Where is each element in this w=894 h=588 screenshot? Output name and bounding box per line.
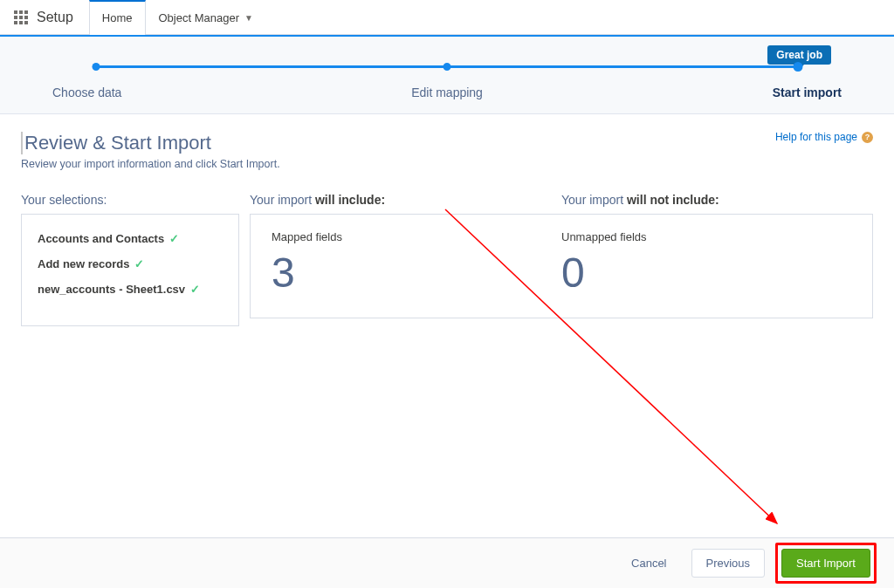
check-icon: ✓ <box>169 232 179 245</box>
selection-item-label: Accounts and Contacts <box>38 232 164 245</box>
selection-item: Add new records✓ <box>38 257 223 270</box>
exclude-title-bold: will not include: <box>627 193 719 207</box>
selections-box: Accounts and Contacts✓ Add new records✓ … <box>21 214 239 326</box>
footer: Cancel Previous Start Import <box>0 537 894 588</box>
step-node-edit[interactable] <box>444 63 451 71</box>
exclude-title-prefix: Your import <box>561 193 627 207</box>
chevron-down-icon: ▼ <box>244 13 253 23</box>
selections-column: Your selections: Accounts and Contacts✓ … <box>21 193 239 326</box>
check-icon: ✓ <box>134 257 144 270</box>
progress-track <box>96 63 798 70</box>
tab-object-manager-label: Object Manager <box>159 11 240 24</box>
page-subtitle: Review your import information and click… <box>21 158 873 170</box>
include-title-bold: will include: <box>315 193 385 207</box>
tab-home[interactable]: Home <box>89 0 146 35</box>
unmapped-block: Unmapped fields 0 <box>561 230 851 302</box>
step-label-edit: Edit mapping <box>411 85 483 99</box>
setup-title: Setup <box>37 10 73 25</box>
progress-labels: Choose data Edit mapping Start import <box>52 85 842 99</box>
mapped-block: Mapped fields 3 <box>272 230 561 302</box>
include-column: Your import will include: Your import wi… <box>250 193 873 326</box>
tab-object-manager[interactable]: Object Manager ▼ <box>146 0 266 35</box>
tab-home-label: Home <box>102 11 133 24</box>
include-title: Your import will include: <box>250 193 561 207</box>
start-import-button[interactable]: Start Import <box>781 549 870 578</box>
unmapped-value: 0 <box>561 249 851 297</box>
selection-item: new_accounts - Sheet1.csv✓ <box>38 283 223 296</box>
cancel-button[interactable]: Cancel <box>617 550 680 577</box>
selection-item-label: new_accounts - Sheet1.csv <box>38 283 185 296</box>
mapped-value: 3 <box>272 249 561 297</box>
step-label-start: Start import <box>773 85 842 99</box>
include-box: Mapped fields 3 Unmapped fields 0 <box>250 214 873 318</box>
app-launcher-icon[interactable] <box>14 10 28 24</box>
step-label-choose: Choose data <box>52 85 121 99</box>
step-node-choose[interactable] <box>93 63 100 71</box>
exclude-title: Your import will not include: <box>561 193 873 207</box>
selections-title: Your selections: <box>21 193 239 207</box>
check-icon: ✓ <box>190 283 200 296</box>
previous-button[interactable]: Previous <box>691 549 766 578</box>
page-title: Review & Start Import <box>21 132 873 154</box>
selection-item-label: Add new records <box>38 257 129 270</box>
unmapped-label: Unmapped fields <box>561 230 851 243</box>
top-nav: Setup Home Object Manager ▼ <box>0 0 894 35</box>
selection-item: Accounts and Contacts✓ <box>38 232 223 245</box>
include-title-prefix: Your import <box>250 193 315 207</box>
main-content: Review & Start Import Review your import… <box>0 114 894 344</box>
wizard-progress: Great job Choose data Edit mapping Start… <box>0 35 894 114</box>
help-icon: ? <box>862 132 873 143</box>
help-link[interactable]: Help for this page ? <box>775 131 873 143</box>
step-node-start[interactable] <box>794 62 803 72</box>
annotation-highlight: Start Import <box>775 543 877 584</box>
mapped-label: Mapped fields <box>272 230 561 243</box>
help-link-label: Help for this page <box>775 131 857 143</box>
summary-columns: Your selections: Accounts and Contacts✓ … <box>21 193 873 326</box>
